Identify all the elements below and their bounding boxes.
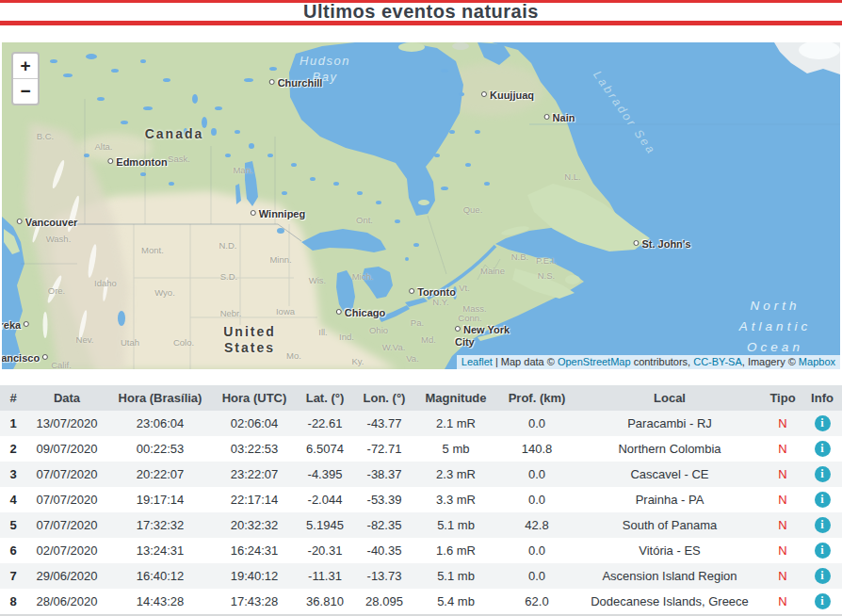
map-label: W.Va. <box>382 342 406 352</box>
zoom-out-button[interactable]: − <box>13 79 38 104</box>
event-latitude: -4.395 <box>296 462 354 487</box>
info-icon[interactable]: i <box>815 568 831 584</box>
map-label: N.S. <box>538 270 555 281</box>
info-icon[interactable]: i <box>815 492 831 508</box>
map-label: N.B. <box>511 251 528 262</box>
col-number: # <box>0 385 26 411</box>
map-label: Ill. <box>318 327 328 337</box>
col-lat: Lat. (°) <box>296 385 354 411</box>
event-magnitude: 5.1 mb <box>414 563 497 589</box>
col-prof: Prof. (km) <box>497 385 576 411</box>
map-label: Ohio <box>369 325 388 335</box>
event-latitude: 6.5074 <box>296 436 354 462</box>
col-info: Info <box>802 385 842 411</box>
event-location: Vitória - ES <box>576 538 763 563</box>
event-type: N <box>763 436 802 462</box>
event-latitude: 36.810 <box>296 589 354 615</box>
event-info-cell: i <box>802 487 842 512</box>
map-label: Idaho <box>94 278 117 288</box>
event-longitude: 28.095 <box>354 589 414 615</box>
map-label: Kuujjuaq <box>481 89 534 101</box>
event-number: 1 <box>0 411 26 436</box>
event-info-cell: i <box>802 563 842 589</box>
attribution-link[interactable]: Mapbox <box>799 356 835 367</box>
event-time-utc: 16:24:31 <box>213 538 296 563</box>
event-time-utc: 17:43:28 <box>213 589 296 615</box>
event-time-brasilia: 14:43:28 <box>107 589 213 615</box>
event-longitude: -13.73 <box>354 563 414 589</box>
event-time-brasilia: 19:17:14 <box>107 487 213 512</box>
event-longitude: -53.39 <box>354 487 414 512</box>
map-label: Mont. <box>141 245 164 255</box>
map-label: Wyo. <box>154 287 175 298</box>
event-time-brasilia: 13:24:31 <box>107 538 213 563</box>
event-type: N <box>763 512 802 538</box>
map-zoom-control: + − <box>11 52 40 105</box>
map-label: N.L. <box>564 171 580 182</box>
leaflet-map[interactable]: CanadaUnited StatesHudson BayLabrador Se… <box>2 42 840 369</box>
event-time-brasilia: 17:32:32 <box>107 512 213 538</box>
info-icon[interactable]: i <box>815 593 831 609</box>
event-time-brasilia: 20:22:07 <box>107 462 213 487</box>
map-label: Nebr. <box>220 308 242 318</box>
map-label: Churchill <box>269 77 323 89</box>
col-magnitude: Magnitude <box>414 385 497 411</box>
event-longitude: -43.77 <box>354 411 414 436</box>
map-labels: CanadaUnited StatesHudson BayLabrador Se… <box>2 42 840 369</box>
event-number: 5 <box>0 512 26 538</box>
attribution-link[interactable]: Leaflet <box>461 356 493 367</box>
map-label: Iowa <box>276 306 295 316</box>
attribution-text: contributors, <box>631 356 694 367</box>
event-info-cell: i <box>802 462 842 487</box>
info-icon[interactable]: i <box>815 441 831 457</box>
event-type: N <box>763 411 802 436</box>
info-icon[interactable]: i <box>815 466 831 482</box>
map-label: North Atlantic Ocean <box>739 296 811 358</box>
event-time-brasilia: 16:40:12 <box>107 563 213 589</box>
event-latitude: 5.1945 <box>296 512 354 538</box>
map-label: Labrador Sea <box>591 69 658 158</box>
map-label: Hudson Bay <box>300 53 350 85</box>
map-label: Colo. <box>173 337 194 348</box>
info-icon[interactable]: i <box>815 517 831 533</box>
event-depth: 0.0 <box>497 462 576 487</box>
map-label: Mo. <box>286 350 301 361</box>
map-label: Conn. <box>458 313 481 323</box>
event-date: 13/07/2020 <box>26 411 107 436</box>
col-local: Local <box>576 385 763 411</box>
event-date: 07/07/2020 <box>26 487 107 512</box>
event-location: Ascension Island Region <box>576 563 763 589</box>
event-location: Northern Colombia <box>576 436 763 462</box>
map-label: Mich. <box>352 271 374 282</box>
event-depth: 0.0 <box>497 538 576 563</box>
info-icon[interactable]: i <box>815 415 831 431</box>
col-tipo: Tipo <box>763 385 802 411</box>
map-label: Canada <box>145 126 204 142</box>
event-magnitude: 2.1 mR <box>414 411 497 436</box>
event-magnitude: 5 mb <box>414 436 497 462</box>
attribution-link[interactable]: CC-BY-SA <box>693 356 742 367</box>
map-label: Ont. <box>356 215 373 225</box>
event-date: 07/07/2020 <box>26 512 107 538</box>
attribution-link[interactable]: OpenStreetMap <box>558 356 631 367</box>
event-date: 07/07/2020 <box>26 462 107 487</box>
event-type: N <box>763 563 802 589</box>
table-row: 1 13/07/2020 23:06:04 02:06:04 -22.61 -4… <box>0 411 842 436</box>
event-magnitude: 2.3 mR <box>414 462 497 487</box>
event-type: N <box>763 487 802 512</box>
map-label: Utah <box>121 337 139 348</box>
event-location: Prainha - PA <box>576 487 763 512</box>
zoom-in-button[interactable]: + <box>13 54 38 79</box>
col-data: Data <box>26 385 107 411</box>
events-tbody: 1 13/07/2020 23:06:04 02:06:04 -22.61 -4… <box>0 411 842 615</box>
event-number: 4 <box>0 487 26 512</box>
map-label: Chicago <box>336 307 385 318</box>
map-label: Que. <box>463 204 483 215</box>
event-number: 6 <box>0 538 26 563</box>
info-icon[interactable]: i <box>815 543 831 559</box>
event-time-utc: 19:40:12 <box>213 563 296 589</box>
map-label: United States <box>223 324 276 356</box>
event-time-utc: 23:22:07 <box>213 462 296 487</box>
map-label: Sask. <box>168 154 190 164</box>
map-label: New York City <box>455 324 510 349</box>
